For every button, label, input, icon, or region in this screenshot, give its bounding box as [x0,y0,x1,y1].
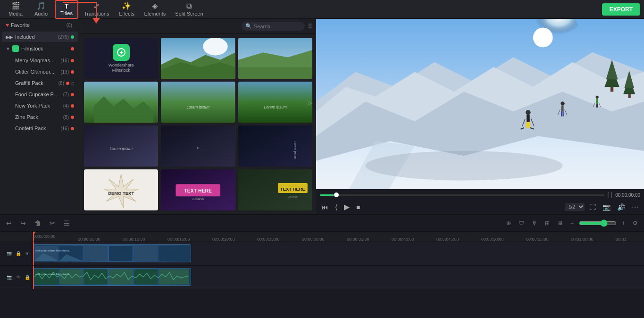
nav-effects-label: Effects [119,11,134,17]
sidebar-item-zine[interactable]: Zine Pack (8) [2,112,78,122]
thumb-filmstock[interactable]: WondershareFilmstock More Effects [84,38,158,79]
svg-text:Lorem ipsum: Lorem ipsum [187,105,209,109]
timeline-settings-button[interactable]: ⚙ [630,218,640,228]
scissors-button[interactable]: ✂ [47,218,58,228]
svg-rect-19 [238,126,312,167]
audio-track-lock-icon[interactable]: 🔒 [24,274,31,281]
video-track-eye-icon[interactable]: 👁 [24,250,31,258]
play-button[interactable]: ▶ [342,201,351,212]
search-box[interactable]: 🔍 [242,22,305,31]
svg-text:DEMO TEXT: DEMO TEXT [108,191,134,196]
sidebar-item-newyork[interactable]: New York Pack (4) [2,100,78,111]
nav-media[interactable]: 🎬 Media [4,0,27,18]
stop-button[interactable]: ■ [354,202,362,212]
delete-button[interactable]: 🗑 [32,218,43,228]
video-track-lock-icon[interactable]: 🔒 [15,250,22,258]
thumb-basic6[interactable]: Lorem ipsum Basic 6 [84,126,158,167]
video-preview [316,19,644,189]
thumb-basic3[interactable]: Basic 3 [84,82,158,123]
nav-transitions[interactable]: ⤢ Transitions [80,0,113,18]
svg-rect-52 [563,111,564,116]
graffiti-count: (8) [59,81,64,86]
zine-label: Zine Pack [15,114,63,120]
progress-bar[interactable] [320,194,604,196]
audio-track-content[interactable]: sailng de artane Mountains... [33,266,644,289]
search-input[interactable] [254,24,301,29]
svg-text:sailng de artane Mountains...: sailng de artane Mountains... [35,273,72,276]
video-track-controls: 📷 🔒 👁 [0,250,33,258]
ruler-mark-25: 00:00:25:00 [257,237,280,242]
sidebar-item-included[interactable]: ▶▶ Included (276) [2,32,78,42]
sidebar-item-graffiti[interactable]: Graffiti Pack (8) ◁ [2,78,78,88]
video-track-camera-icon[interactable]: 📷 [6,250,13,258]
sidebar-item-merry-vlogmas[interactable]: Merry Vlogmas... (16) [2,55,78,66]
list-button[interactable]: ☰ [61,218,72,228]
monitor-button[interactable]: 🖥 [555,218,565,228]
nav-audio[interactable]: 🎵 Audio [29,0,53,18]
svg-rect-76 [34,269,58,285]
sidebar-item-favorite[interactable]: ♥ Favorite (0) [2,19,78,31]
redo-button[interactable]: ↪ [18,218,28,228]
thumb-basic2[interactable]: Basic 2 [238,38,312,79]
nav-media-label: Media [8,11,23,17]
screenshot-button[interactable]: 📷 [601,202,612,212]
thumb-basic5[interactable]: Lorem ipsum ▷ Basic 5 [238,82,312,123]
export-button[interactable]: EXPORT [602,3,640,16]
svg-point-40 [526,110,530,115]
svg-text:TEXT HERE: TEXT HERE [184,188,212,193]
graffiti-label: Graffiti Pack [15,80,59,86]
magnet-button[interactable]: ⊕ [504,218,513,228]
graffiti-dot [66,82,69,85]
bracket-left-icon[interactable]: [ [607,192,609,198]
fullscreen-button[interactable]: ⛶ [587,202,598,212]
svg-rect-70 [109,246,133,261]
audio-clip[interactable]: sailng de artane Mountains... [33,268,191,286]
nav-effects[interactable]: ✨ Effects [115,0,138,18]
audio-icon: 🎵 [36,2,46,10]
svg-text:Lorem ipsum: Lorem ipsum [109,146,132,151]
merry-dot [71,59,74,62]
settings-small-button[interactable]: ⋯ [630,202,640,212]
video-clip[interactable]: sailng de artane Mountains... [33,244,191,262]
media-add-button[interactable]: ⊞ [543,218,552,228]
svg-text:TEXT HERE: TEXT HERE [280,186,305,192]
thumb-basic7[interactable]: c Basic 7 [161,126,235,167]
skip-back-button[interactable]: ⏮ [320,202,330,212]
speed-select[interactable]: 1/2 1 2 [565,203,585,211]
volume-button[interactable]: 🔊 [615,202,627,212]
shield-button[interactable]: 🛡 [516,218,527,228]
sidebar-item-filmstock[interactable]: ▼ F Filmstock [2,43,78,54]
ruler-mark-10: 00:00:10:00 [123,237,145,242]
step-back-button[interactable]: ⟨ [333,202,339,212]
zoom-slider[interactable] [579,219,617,227]
audio-track-eye-icon[interactable]: 👁 [15,274,22,281]
food-label: Food Cupcake P... [15,92,63,97]
nav-elements[interactable]: ◈ Elements [140,0,169,18]
glitter-label: Glitter Glamour... [15,69,60,75]
filmstock-label: Filmstock [21,46,71,51]
bracket-right-icon[interactable]: ] [611,192,612,198]
sidebar-item-glitter[interactable]: Glitter Glamour... (13) [2,67,78,77]
glitter-count: (13) [60,69,69,75]
thumb-yellowtext[interactable]: TEXT HERE 20/08/16 [238,169,312,210]
svg-rect-69 [84,246,108,261]
undo-button[interactable]: ↩ [4,218,14,228]
svg-rect-80 [134,269,158,285]
video-track-content[interactable]: sailng de artane Mountains... [33,242,644,265]
zoom-minus-button[interactable]: − [568,218,576,228]
thumb-texthere[interactable]: TEXT HERE 20/08/16 [161,169,235,210]
thumb-demo[interactable]: DEMO TEXT [84,169,158,210]
newyork-count: (4) [63,103,69,109]
sidebar-item-food[interactable]: Food Cupcake P... (7) [2,89,78,100]
timeline-ruler: 00:00:00:00 00:00:05:00 00:00:10:00 00:0… [0,232,644,242]
mic-button[interactable]: 🎙 [529,218,540,228]
sidebar-item-confetti[interactable]: Confetti Pack (16) [2,123,78,134]
nav-splitscreen[interactable]: ⧉ Split Screen [171,0,207,18]
thumb-basic1[interactable]: Basic 1 [161,38,235,79]
audio-track-camera-icon[interactable]: 📷 [6,274,13,281]
nav-titles[interactable]: T Titles [55,0,78,19]
thumb-basic4[interactable]: Lorem ipsum Basic 4 [161,82,235,123]
thumb-basic8[interactable]: Lorem ipsum Basic 8 [238,126,312,167]
zoom-plus-button[interactable]: + [619,218,627,228]
grid-view-icon[interactable]: ⠿ [308,23,312,30]
